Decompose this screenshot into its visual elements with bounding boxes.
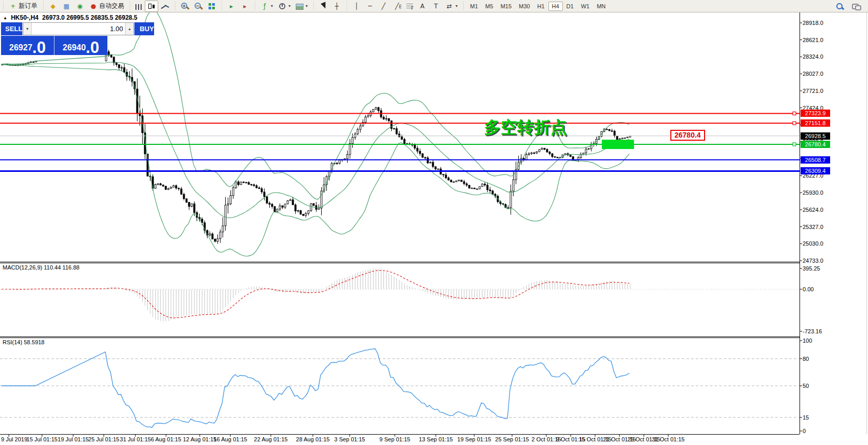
auto-trading-button[interactable]: ●自动交易 <box>87 1 127 12</box>
toolbar-separator <box>462 2 464 11</box>
text-button[interactable]: A <box>416 1 429 12</box>
timeframe-w1-button[interactable]: W1 <box>577 2 594 11</box>
fibonacci-button[interactable]: F <box>404 1 416 12</box>
toolbar-right <box>833 1 868 12</box>
text-label-button[interactable]: T <box>429 1 443 12</box>
timeframe-mn-button[interactable]: MN <box>593 2 609 11</box>
y-axis-tick-label: 25030.0 <box>803 240 823 247</box>
toolbar: +新订单◆▦◉●自动交易+−▸▸ƒ▾▾▾┼│─╱╱EFAT⇄▾M1M5M15M3… <box>0 0 868 12</box>
trendline-button[interactable]: ╱ <box>377 1 390 12</box>
templates-icon <box>296 4 304 10</box>
indicators-dropdown-icon[interactable]: ▾ <box>271 4 273 8</box>
sell-button[interactable]: SELL <box>1 22 22 35</box>
chart-shift-icon: ▸ <box>241 2 249 10</box>
signals-button[interactable]: ◉ <box>73 1 87 12</box>
indicators-icon: ƒ <box>260 2 269 10</box>
templates-dropdown-icon[interactable]: ▾ <box>306 4 308 8</box>
tile-windows-button[interactable] <box>205 1 218 12</box>
horizontal-level-lines <box>0 112 800 171</box>
volume-input[interactable] <box>32 23 125 35</box>
y-axis-tick-label: 28324.0 <box>803 53 823 60</box>
search-button[interactable] <box>833 1 846 12</box>
equidistant-channel-icon: ╱E <box>393 2 401 10</box>
zoom-out-icon: − <box>194 2 202 10</box>
timeframe-d1-button[interactable]: D1 <box>563 2 577 11</box>
cursor-button[interactable] <box>316 1 330 12</box>
toolbar-separator <box>346 2 348 11</box>
collapse-panel-icon[interactable]: ▲ <box>3 16 7 20</box>
x-axis-label: 16 Aug 01:15 <box>214 436 247 442</box>
auto-trading-label: 自动交易 <box>99 2 124 10</box>
timeframe-m5-button[interactable]: M5 <box>481 2 497 11</box>
rsi-axis-label: 15 <box>803 414 809 421</box>
periods-dropdown-icon[interactable]: ▾ <box>288 4 291 8</box>
buy-price[interactable]: 26940.0 <box>54 36 107 55</box>
resistance-line-1-handle[interactable] <box>793 112 796 115</box>
timeframe-m1-button[interactable]: M1 <box>466 2 481 11</box>
x-axis-label: 9 Jul 2019 <box>1 436 27 442</box>
support-line-2-price-chip: 26309.4 <box>801 167 830 174</box>
zoom-in-button[interactable]: + <box>178 1 191 12</box>
x-axis-label: 25 Jul 01:15 <box>88 436 119 442</box>
chart-canvas[interactable] <box>0 0 868 445</box>
timeframe-m30-button[interactable]: M30 <box>515 2 533 11</box>
auto-trading-icon: ● <box>89 2 98 10</box>
x-axis-label: 15 Jul 01:15 <box>26 436 58 442</box>
chart-title: ▲ HK50-,H4 26973.0 26995.5 26835.5 26928… <box>3 14 137 21</box>
annotation-turning-point-text[interactable]: 多空转折点 <box>484 116 567 139</box>
trendline-icon: ╱ <box>379 2 388 10</box>
new-order-icon: + <box>9 2 17 10</box>
vertical-line-button[interactable]: │ <box>350 1 363 12</box>
bar-chart-button[interactable] <box>133 1 145 12</box>
timeframe-m15-button[interactable]: M15 <box>497 2 515 11</box>
rsi-axis-label: 100 <box>803 338 812 344</box>
buy-button[interactable]: BUY <box>134 22 154 35</box>
search-icon <box>835 2 844 10</box>
toolbar-separator <box>2 2 4 11</box>
periods-button[interactable]: ▾ <box>275 1 293 12</box>
rsi-axis-label: 80 <box>803 356 809 362</box>
volume-increase-button[interactable]: ▲ <box>125 23 133 35</box>
crosshair-button[interactable]: ┼ <box>330 1 343 12</box>
highlight-zone-rectangle[interactable] <box>602 140 634 149</box>
cursor-icon <box>319 2 327 10</box>
candlestick-chart-button[interactable] <box>145 1 158 12</box>
resistance-line-2-handle[interactable] <box>793 122 796 125</box>
crosshair-icon: ┼ <box>333 2 341 10</box>
vertical-line-icon: │ <box>352 2 361 10</box>
candlestick-series <box>2 49 631 244</box>
auto-scroll-button[interactable]: ▸ <box>225 1 238 12</box>
equidistant-channel-button[interactable]: ╱E <box>390 1 404 12</box>
new-order-button[interactable]: +新订单 <box>6 1 40 12</box>
text-icon: A <box>418 2 426 10</box>
arrows-button[interactable]: ⇄▾ <box>443 1 460 12</box>
chat-icon <box>852 2 860 10</box>
horizontal-line-button[interactable]: ─ <box>363 1 377 12</box>
volume-decrease-button[interactable]: ▼ <box>23 23 32 35</box>
indicators-button[interactable]: ƒ▾ <box>258 1 275 12</box>
support-line-1-price-chip: 26508.7 <box>801 156 830 164</box>
macd-signal-line <box>2 271 629 318</box>
annotation-price-label[interactable]: 26780.4 <box>670 130 705 141</box>
auto-scroll-icon: ▸ <box>227 2 236 10</box>
timeframe-h1-button[interactable]: H1 <box>533 2 548 11</box>
arrows-dropdown-icon[interactable]: ▾ <box>456 4 458 8</box>
sell-price[interactable]: 26927.0 <box>1 36 54 55</box>
y-axis-tick-label: 28027.0 <box>803 71 823 77</box>
toolbar-separator <box>312 2 314 11</box>
chat-button[interactable] <box>849 1 863 12</box>
rsi-line <box>2 349 629 428</box>
x-axis-label: 6 Aug 01:15 <box>151 436 182 442</box>
profiles-button[interactable]: ▦ <box>60 1 73 12</box>
market-watch-button[interactable]: ◆ <box>46 1 60 12</box>
x-axis-label: 13 Sep 01:15 <box>419 436 452 442</box>
toolbar-separator <box>129 2 131 11</box>
timeframe-h4-button[interactable]: H4 <box>548 2 563 11</box>
line-chart-button[interactable] <box>158 1 172 12</box>
chart-shift-button[interactable]: ▸ <box>238 1 252 12</box>
zoom-out-button[interactable]: − <box>191 1 205 12</box>
pivot-line-handle[interactable] <box>793 143 796 146</box>
templates-button[interactable]: ▾ <box>293 1 310 12</box>
macd-axis-label: 395.25 <box>803 265 820 272</box>
y-axis-tick-label: 28918.0 <box>803 20 823 26</box>
